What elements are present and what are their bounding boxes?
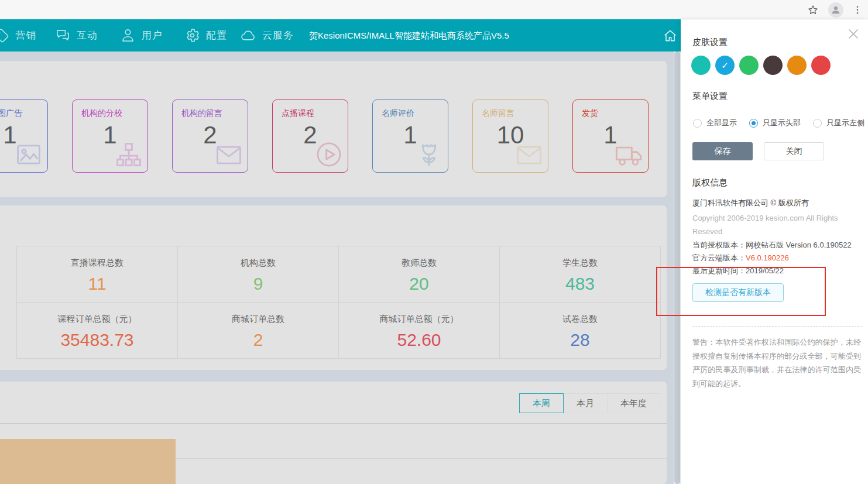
skin-color-2-selected[interactable]: ✓: [715, 56, 735, 75]
last-updated-line: 最后更新时间：2019/05/22: [692, 266, 784, 276]
nav-item-3[interactable]: 用户: [120, 19, 163, 52]
skin-color-1[interactable]: [691, 56, 711, 75]
radio-dot[interactable]: [813, 119, 822, 128]
save-button[interactable]: 保存: [692, 142, 753, 160]
stat-value: 28: [500, 330, 660, 350]
chat-icon: [55, 28, 71, 43]
tab-本年度[interactable]: 本年度: [607, 393, 660, 413]
licensed-version-line: 当前授权版本：网校钻石版 Version 6.0.190522: [692, 240, 852, 250]
card-label: 发货: [582, 108, 598, 119]
stat-value: 20: [339, 274, 499, 294]
radio-只显示左侧[interactable]: 只显示左侧: [813, 118, 864, 128]
image-icon: [13, 139, 44, 170]
card-label: 机构的分校: [81, 108, 122, 119]
stat-label: 商城订单总数: [178, 314, 338, 325]
bookmark-star-icon[interactable]: [805, 2, 821, 18]
stat-value: 35483.73: [17, 330, 177, 350]
flower-icon: [414, 139, 444, 170]
stat-cell: 教师总数20: [339, 246, 500, 303]
radio-dot[interactable]: [693, 119, 702, 128]
cloud-version-line: 官方云端版本：V6.0.190226: [692, 253, 789, 263]
card-label: 轮播图广告: [0, 108, 22, 119]
scrollbar-thumb[interactable]: [674, 52, 680, 484]
skin-settings-title: 皮肤设置: [692, 37, 728, 48]
chart-period-tabs: 本周本月本年度: [520, 393, 660, 413]
nav-item-label: 配置: [206, 29, 227, 42]
statistics-section: 直播课程总数11机构总数9教师总数20学生总数483课程订单总额（元）35483…: [0, 205, 667, 370]
menu-settings-title: 菜单设置: [692, 91, 728, 102]
tab-本周[interactable]: 本周: [519, 393, 564, 413]
skin-color-5[interactable]: [787, 56, 807, 75]
skin-color-3[interactable]: [739, 56, 759, 75]
stat-cell: 试卷总数28: [500, 303, 661, 359]
close-icon[interactable]: [846, 27, 860, 41]
summary-card[interactable]: 机构的分校1: [72, 99, 148, 173]
browser-menu-icon[interactable]: [850, 2, 865, 18]
card-label: 点播课程: [282, 108, 314, 119]
site-title: 贺KesionICMS/IMALL智能建站和电商系统产品V5.5: [309, 19, 509, 52]
copyright-english-line: Copyright 2006-2019 kesion.com All Right…: [692, 211, 842, 238]
summary-card[interactable]: 轮播图广告1: [0, 99, 48, 173]
summary-card[interactable]: 名师评价1: [372, 99, 448, 173]
stat-cell: 商城订单总数2: [178, 303, 339, 359]
sitemap-icon: [114, 139, 144, 170]
nav-item-1[interactable]: 营销: [0, 19, 36, 52]
nav-item-label: 互动: [77, 29, 98, 42]
tag-icon: [0, 28, 9, 43]
company-copyright-line: 厦门科汛软件有限公司 © 版权所有: [692, 198, 809, 208]
legal-warning-text: 警告：本软件受著作权法和国际公约的保护，未经授权擅自复制传播本程序的部分或全部，…: [692, 335, 861, 390]
radio-只显示头部[interactable]: 只显示头部: [749, 118, 801, 128]
page-scrollbar[interactable]: [674, 52, 681, 484]
cloud-version-label: 官方云端版本：: [692, 253, 746, 262]
nav-item-4[interactable]: 配置: [184, 19, 227, 52]
dashed-divider: [692, 326, 862, 327]
home-icon[interactable]: [663, 28, 678, 43]
nav-item-5[interactable]: 云服务: [241, 19, 294, 52]
stat-value: 52.60: [339, 330, 499, 350]
stat-label: 课程订单总额（元）: [17, 314, 177, 325]
summary-card[interactable]: 发货1: [572, 99, 649, 173]
skin-color-6[interactable]: [811, 56, 831, 75]
gear-icon: [184, 28, 200, 43]
radio-全部显示[interactable]: 全部显示: [693, 118, 737, 128]
radio-label: 只显示头部: [763, 118, 801, 128]
stats-table: 直播课程总数11机构总数9教师总数20学生总数483课程订单总额（元）35483…: [16, 246, 661, 359]
stat-value: 11: [17, 274, 177, 294]
chart-section: 本周本月本年度: [0, 382, 667, 484]
stat-cell: 机构总数9: [178, 246, 339, 303]
top-navbar: 营销互动用户配置云服务 贺KesionICMS/IMALL智能建站和电商系统产品…: [0, 19, 681, 52]
chart-bar: [0, 439, 176, 484]
radio-label: 只显示左侧: [826, 118, 864, 128]
card-label: 机构的留言: [181, 108, 222, 119]
screenshot-stage: 营销互动用户配置云服务 贺KesionICMS/IMALL智能建站和电商系统产品…: [0, 0, 868, 484]
envelope-icon: [514, 139, 544, 170]
stat-value: 483: [500, 274, 660, 294]
summary-card[interactable]: 名师留言10: [472, 99, 548, 173]
card-label: 名师评价: [382, 108, 414, 119]
stat-label: 学生总数: [500, 258, 660, 269]
stat-value: 9: [178, 274, 338, 294]
summary-card[interactable]: 点播课程2: [272, 99, 348, 173]
radio-label: 全部显示: [706, 118, 737, 128]
browser-toolbar: [0, 0, 868, 19]
stat-label: 机构总数: [178, 258, 338, 269]
stat-cell: 学生总数483: [500, 246, 661, 303]
user-icon: [120, 28, 136, 43]
check-new-version-button[interactable]: 检测是否有新版本: [692, 283, 784, 302]
browser-profile-avatar[interactable]: [828, 2, 843, 18]
stat-label: 试卷总数: [500, 314, 660, 325]
dashboard-main: 轮播图广告1机构的分校1机构的留言2点播课程2名师评价1名师留言10发货1 直播…: [0, 52, 674, 484]
envelope-icon: [214, 139, 244, 170]
settings-drawer: 皮肤设置 ✓ 菜单设置 全部显示只显示头部只显示左侧 保存 关闭 版权信息 厦门…: [681, 19, 868, 484]
skin-color-options: ✓: [691, 56, 831, 75]
truck-icon: [614, 139, 644, 170]
radio-dot[interactable]: [749, 119, 758, 128]
summary-card[interactable]: 机构的留言2: [172, 99, 248, 173]
skin-color-4[interactable]: [763, 56, 783, 75]
close-button[interactable]: 关闭: [764, 142, 824, 160]
stat-label: 教师总数: [339, 258, 499, 269]
tab-本月[interactable]: 本月: [563, 393, 608, 413]
stat-label: 商城订单总额（元）: [339, 314, 499, 325]
nav-item-label: 云服务: [262, 29, 294, 42]
nav-item-2[interactable]: 互动: [55, 19, 98, 52]
